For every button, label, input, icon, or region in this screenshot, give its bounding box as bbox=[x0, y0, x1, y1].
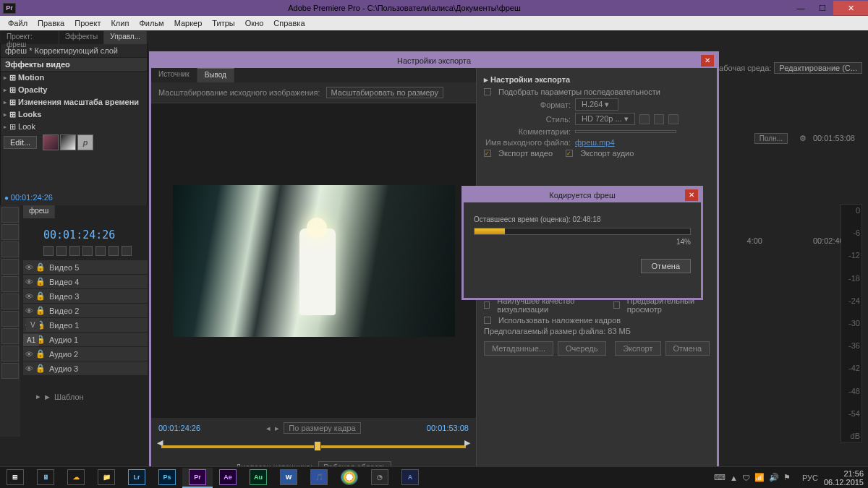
timeline-option-icon[interactable] bbox=[56, 246, 67, 256]
menu-Клип[interactable]: Клип bbox=[106, 19, 134, 27]
taskbar-app[interactable]: 🖥 bbox=[30, 468, 61, 488]
taskbar-app[interactable]: Lr bbox=[122, 468, 152, 488]
step-fwd-icon[interactable]: ▸ bbox=[275, 424, 279, 433]
preview-out-timecode[interactable]: 00:01:53:08 bbox=[427, 424, 469, 432]
tray-icon[interactable]: ⌨ bbox=[714, 473, 726, 482]
menu-Маркер[interactable]: Маркер bbox=[169, 19, 208, 27]
a1-patch[interactable]: A1 bbox=[23, 334, 39, 346]
sequence-tab[interactable]: фреш bbox=[23, 205, 55, 218]
encoding-cancel-button[interactable]: Отмена bbox=[641, 259, 691, 273]
panel-tab[interactable]: Управл... bbox=[104, 31, 147, 44]
menu-Проект[interactable]: Проект bbox=[69, 19, 106, 27]
taskbar-app[interactable]: ⊞ bbox=[0, 468, 30, 488]
export-source-tab[interactable]: Источник bbox=[151, 68, 197, 82]
output-name-link[interactable]: фреш.mp4 bbox=[575, 138, 615, 147]
tray-icon[interactable]: 📶 bbox=[754, 473, 765, 482]
scale-dropdown[interactable]: Масштабировать по размеру bbox=[326, 87, 443, 98]
export-audio-checkbox[interactable] bbox=[566, 150, 573, 157]
track-header[interactable]: 👁🔒Аудио 3 bbox=[23, 361, 148, 376]
format-dropdown[interactable]: H.264 ▾ bbox=[575, 98, 618, 111]
effect-row[interactable]: ▸ ⊞ Изменения масштаба времени bbox=[1, 96, 147, 108]
preset-thumb[interactable]: p bbox=[77, 134, 93, 150]
timeline-option-icon[interactable] bbox=[82, 246, 93, 256]
import-preset-icon[interactable] bbox=[654, 114, 664, 124]
taskbar-app[interactable]: 🎵 bbox=[304, 468, 334, 488]
preview-in-timecode[interactable]: 00:01:24:26 bbox=[158, 424, 200, 432]
taskbar-app[interactable]: Ps bbox=[152, 468, 182, 488]
timeline-tool[interactable] bbox=[1, 224, 19, 240]
close-button[interactable]: ✕ bbox=[833, 1, 868, 15]
effect-row[interactable]: ▸ ⊞ Opacity bbox=[1, 84, 147, 96]
panel-tab[interactable]: Эффекты bbox=[59, 31, 104, 44]
export-close-button[interactable]: ✕ bbox=[701, 55, 714, 67]
timeline-tool[interactable] bbox=[1, 207, 19, 223]
tray-icon[interactable]: 🔊 bbox=[769, 473, 779, 482]
timeline-option-icon[interactable] bbox=[43, 246, 54, 256]
menu-Справка[interactable]: Справка bbox=[268, 19, 310, 27]
timeline-tool[interactable] bbox=[1, 346, 19, 361]
track-header[interactable]: 👁🔒Видео 4 bbox=[23, 275, 148, 289]
timeline-tool[interactable] bbox=[1, 328, 19, 344]
timeline-tool[interactable] bbox=[1, 241, 19, 257]
timeline-tool[interactable] bbox=[1, 363, 19, 379]
track-header[interactable]: 👁🔒Аудио 2 bbox=[23, 347, 148, 361]
taskbar-app[interactable]: Ae bbox=[213, 468, 243, 488]
timeline-tool[interactable] bbox=[1, 259, 19, 275]
timeline-option-icon[interactable] bbox=[109, 246, 119, 256]
workspace-dropdown[interactable]: Редактирование (С... bbox=[774, 62, 862, 74]
delete-preset-icon[interactable] bbox=[668, 114, 678, 124]
step-back-icon[interactable]: ◂ bbox=[266, 424, 271, 433]
taskbar-app[interactable]: 📁 bbox=[91, 468, 122, 488]
edit-button[interactable]: Edit... bbox=[4, 136, 37, 149]
effect-row[interactable]: ▸ ⊞ Look bbox=[1, 121, 147, 133]
menu-Окно[interactable]: Окно bbox=[240, 19, 269, 27]
effect-row[interactable]: ▸ ⊞ Looks bbox=[1, 108, 147, 121]
preset-dropdown[interactable]: HD 720p ... ▾ bbox=[575, 113, 635, 125]
preset-thumb[interactable] bbox=[43, 134, 59, 150]
menu-Файл[interactable]: Файл bbox=[3, 19, 33, 27]
timeline-tool[interactable] bbox=[1, 311, 19, 327]
preview-checkbox[interactable] bbox=[613, 301, 619, 309]
timeline-option-icon[interactable] bbox=[95, 246, 106, 256]
taskbar-app[interactable]: ◔ bbox=[365, 468, 395, 488]
best-quality-checkbox[interactable] bbox=[484, 301, 490, 309]
maximize-button[interactable]: ☐ bbox=[812, 1, 833, 15]
save-preset-icon[interactable] bbox=[639, 114, 650, 124]
taskbar-app[interactable]: ☁ bbox=[61, 468, 91, 488]
track-header[interactable]: 👁🔒Аудио 1 bbox=[23, 333, 148, 347]
timeline-option-icon[interactable] bbox=[122, 246, 132, 256]
tray-icon[interactable]: ⚑ bbox=[783, 473, 791, 482]
tray-icon[interactable]: ▲ bbox=[730, 474, 738, 482]
taskbar-app[interactable]: Pr bbox=[182, 468, 213, 488]
language-indicator[interactable]: РУС bbox=[802, 474, 818, 482]
taskbar-app[interactable]: Au bbox=[243, 468, 273, 488]
menu-Фильм[interactable]: Фильм bbox=[134, 19, 169, 27]
queue-button[interactable]: Очередь bbox=[558, 341, 606, 356]
track-header[interactable]: 👁🔒Видео 5 bbox=[23, 260, 148, 275]
track-header[interactable]: 👁🔒Видео 2 bbox=[23, 304, 148, 318]
taskbar-app[interactable] bbox=[334, 468, 365, 488]
track-header[interactable]: 👁🔒Видео 3 bbox=[23, 289, 148, 304]
export-video-checkbox[interactable] bbox=[484, 150, 491, 157]
timeline-option-icon[interactable] bbox=[69, 246, 80, 256]
source-range-slider[interactable]: ◀ ▶ bbox=[151, 438, 476, 458]
export-source-tab[interactable]: Вывод bbox=[197, 68, 234, 82]
timeline-tool[interactable] bbox=[1, 276, 19, 292]
cancel-export-button[interactable]: Отмена bbox=[665, 341, 710, 356]
minimize-button[interactable]: — bbox=[790, 1, 812, 15]
fit-dropdown[interactable]: По размеру кадра bbox=[284, 422, 360, 434]
frame-blend-checkbox[interactable] bbox=[484, 317, 491, 324]
menu-Правка[interactable]: Правка bbox=[33, 19, 69, 27]
playhead-timecode[interactable]: 00:01:24:26 bbox=[43, 228, 115, 241]
track-header[interactable]: 👁🔒Видео 1 bbox=[23, 318, 148, 333]
panel-tab[interactable]: Проект: фреш bbox=[1, 31, 59, 44]
progress-close-button[interactable]: ✕ bbox=[685, 189, 698, 201]
metadata-button[interactable]: Метаданные... bbox=[484, 341, 553, 356]
export-button[interactable]: Экспорт bbox=[615, 341, 660, 356]
comments-input[interactable] bbox=[575, 130, 676, 133]
effect-row[interactable]: ▸ ⊞ Motion bbox=[1, 72, 147, 84]
taskbar-app[interactable]: A bbox=[395, 468, 425, 488]
v-patch[interactable]: V bbox=[26, 318, 40, 332]
tray-icon[interactable]: 🛡 bbox=[742, 474, 750, 482]
program-res-dropdown[interactable]: Полн... bbox=[754, 133, 788, 144]
